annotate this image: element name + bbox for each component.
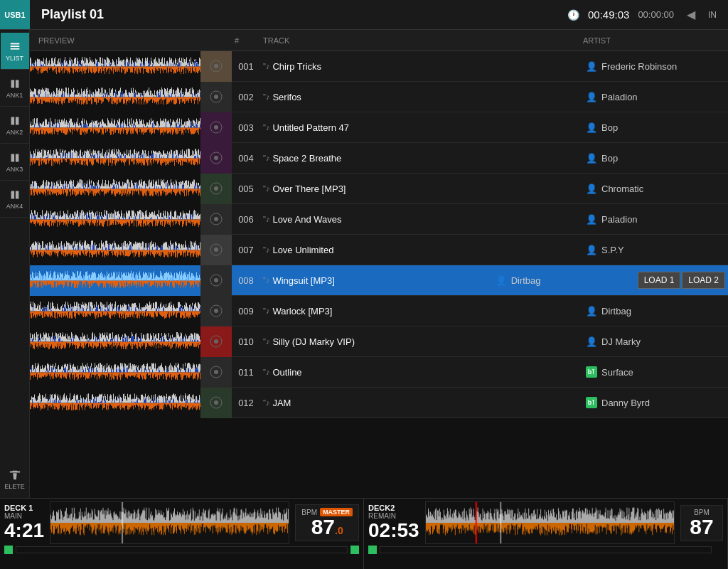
artist-name: Dirtbag — [601, 306, 631, 317]
track-number: 008 — [232, 275, 260, 286]
track-music-icon: "♪ — [263, 307, 269, 315]
beatport-icon: b⊺ — [586, 397, 597, 408]
track-title: Outline — [272, 367, 301, 378]
track-row[interactable]: 002"♪Serifos👤Paladion — [30, 82, 728, 112]
svg-point-26 — [214, 400, 218, 405]
time-elapsed: 00:00:00 — [638, 9, 674, 20]
delete-label: ELETE — [4, 483, 25, 490]
track-artist: 👤Frederic Robinson — [586, 61, 728, 72]
track-row[interactable]: 006"♪Love And Waves👤Paladion — [30, 204, 728, 235]
track-number: 002 — [232, 92, 260, 102]
time-display: 🕐 00:49:03 00:00:00 ◀ IN — [567, 8, 722, 21]
artist-name: S.P.Y — [601, 245, 624, 255]
deck1: DECK 1 MAIN 4:21 BPM MASTER 87.0 — [0, 499, 364, 569]
track-preview-waveform — [30, 204, 200, 235]
track-row[interactable]: 001"♪Chirp Tricks👤Frederic Robinson — [30, 51, 728, 82]
sidebar-item-bank3[interactable]: ANK3 — [1, 144, 29, 181]
col-header-num: # — [235, 36, 263, 45]
track-artist: 👤DJ Marky — [586, 336, 728, 347]
track-preview-waveform — [30, 51, 200, 82]
deck1-mini-waveform — [16, 546, 348, 553]
track-music-icon: "♪ — [263, 276, 269, 284]
sidebar-item-bank2[interactable]: ANK2 — [1, 107, 29, 144]
track-artist: 👤Bop — [586, 153, 728, 164]
sidebar-item-bank4[interactable]: ANK4 — [1, 181, 29, 218]
track-thumbnail — [200, 265, 232, 296]
track-title: Warlock [MP3] — [272, 306, 332, 317]
track-name: "♪Serifos — [260, 92, 586, 102]
artist-name: Danny Byrd — [601, 398, 650, 408]
track-row[interactable]: 011"♪Outlineb⊺Surface — [30, 357, 728, 388]
track-number: 006 — [232, 214, 260, 225]
track-row[interactable]: 010"♪Silly (DJ Marky VIP)👤DJ Marky — [30, 326, 728, 357]
track-list-header: PREVIEW # TRACK ARTIST — [30, 30, 728, 51]
time-total: 00:49:03 — [588, 9, 629, 21]
sidebar-item-bank1[interactable]: ANK1 — [1, 70, 29, 107]
track-number: 011 — [232, 367, 260, 378]
track-thumbnail — [200, 82, 232, 112]
track-list-container: PREVIEW # TRACK ARTIST 001"♪Chirp Tricks… — [30, 30, 728, 498]
svg-point-8 — [214, 125, 218, 129]
deck2-time: 02:53 — [368, 520, 419, 542]
track-preview-waveform — [30, 388, 200, 418]
person-icon: 👤 — [586, 92, 597, 102]
svg-rect-1 — [10, 46, 19, 47]
deck2-waveform — [425, 501, 675, 544]
artist-name: Frederic Robinson — [601, 61, 677, 72]
track-title: Serifos — [272, 92, 301, 102]
track-music-icon: "♪ — [263, 337, 269, 346]
track-music-icon: "♪ — [263, 62, 269, 70]
track-title: Wingsuit [MP3] — [272, 275, 334, 286]
track-artist: b⊺Danny Byrd — [586, 397, 728, 408]
track-artist: 👤Dirtbag — [496, 275, 638, 286]
track-title: Over There [MP3] — [272, 184, 346, 194]
sidebar: YLIST ANK1 ANK2 ANK3 ANK4 ELETE — [0, 30, 30, 498]
track-name: "♪Chirp Tricks — [260, 61, 586, 72]
track-number: 003 — [232, 122, 260, 133]
deck1-time: 4:21 — [4, 520, 44, 542]
deck2-bpm-int: 87 — [690, 515, 713, 538]
track-thumbnail — [200, 357, 232, 388]
track-preview-waveform — [30, 357, 200, 388]
track-name: "♪Wingsuit [MP3] — [260, 275, 496, 286]
artist-name: DJ Marky — [601, 336, 641, 347]
track-row[interactable]: 008"♪Wingsuit [MP3]👤DirtbagLOAD 1LOAD 2 — [30, 265, 728, 296]
person-icon: 👤 — [586, 153, 597, 164]
track-row[interactable]: 003"♪Untitled Pattern 47👤Bop — [30, 112, 728, 143]
track-row[interactable]: 007"♪Love Unlimited👤S.P.Y — [30, 235, 728, 265]
person-icon: 👤 — [586, 61, 597, 72]
artist-name: Bop — [601, 153, 618, 164]
track-thumbnail — [200, 143, 232, 174]
track-name: "♪Love Unlimited — [260, 245, 586, 255]
track-artist: 👤Paladion — [586, 214, 728, 225]
track-row[interactable]: 005"♪Over There [MP3]👤Chromatic — [30, 174, 728, 204]
delete-button[interactable]: ELETE — [1, 461, 29, 498]
track-preview-waveform — [30, 326, 200, 357]
track-music-icon: "♪ — [263, 154, 269, 162]
svg-point-22 — [214, 339, 218, 344]
track-number: 001 — [232, 61, 260, 72]
deck1-green-icon2 — [350, 546, 359, 554]
track-music-icon: "♪ — [263, 123, 269, 132]
svg-rect-0 — [10, 43, 19, 44]
track-row[interactable]: 004"♪Space 2 Breathe👤Bop — [30, 143, 728, 174]
track-preview-waveform — [30, 143, 200, 174]
sidebar-item-playlist[interactable]: YLIST — [1, 33, 29, 70]
load2-button[interactable]: LOAD 2 — [682, 272, 725, 289]
svg-point-6 — [214, 95, 218, 99]
svg-point-24 — [214, 370, 218, 374]
track-preview-waveform — [30, 82, 200, 112]
track-preview-waveform — [30, 235, 200, 265]
track-row[interactable]: 009"♪Warlock [MP3]👤Dirtbag — [30, 296, 728, 326]
track-artist: 👤Bop — [586, 122, 728, 133]
artist-name: Bop — [601, 122, 618, 133]
track-row[interactable]: 012"♪JAMb⊺Danny Byrd — [30, 388, 728, 418]
load1-button[interactable]: LOAD 1 — [638, 272, 681, 289]
nav-back-button[interactable]: ◀ — [682, 8, 700, 21]
track-preview-waveform — [30, 265, 200, 296]
track-name: "♪Space 2 Breathe — [260, 153, 586, 164]
track-artist: 👤Paladion — [586, 92, 728, 102]
svg-rect-2 — [10, 48, 19, 49]
svg-point-10 — [214, 156, 218, 160]
track-music-icon: "♪ — [263, 92, 269, 101]
